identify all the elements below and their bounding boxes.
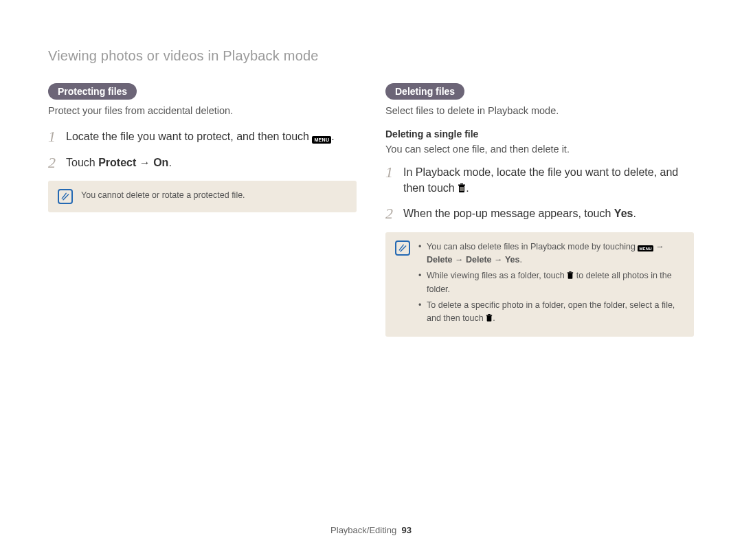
step-number: 2 bbox=[385, 205, 396, 222]
svg-rect-2 bbox=[460, 183, 463, 185]
step-text-part: . bbox=[466, 182, 469, 194]
step-text-part: . bbox=[633, 208, 636, 219]
step-number: 1 bbox=[48, 128, 59, 145]
note-text-part: To delete a specific photo in a folder, … bbox=[427, 300, 675, 323]
note-icon bbox=[395, 240, 410, 256]
deleting-single-intro: You can select one file, and then delete… bbox=[385, 144, 694, 155]
svg-rect-11 bbox=[488, 314, 491, 315]
deleting-files-heading: Deleting files bbox=[385, 83, 464, 100]
left-step-2: 2 Touch Protect → On. bbox=[48, 155, 357, 171]
left-note-box: You cannot delete or rotate a protected … bbox=[48, 181, 357, 212]
menu-icon: MENU bbox=[638, 245, 653, 251]
note-text-part: . bbox=[520, 255, 522, 265]
note-text-part: While viewing files as a folder, touch bbox=[427, 271, 567, 280]
note-item: To delete a specific photo in a folder, … bbox=[418, 299, 684, 326]
content-columns: Protecting files Protect your files from… bbox=[48, 83, 694, 337]
note-text: You cannot delete or rotate a protected … bbox=[81, 189, 245, 202]
note-icon bbox=[58, 189, 73, 204]
step-text: Touch Protect → On. bbox=[66, 155, 172, 170]
svg-rect-6 bbox=[568, 273, 573, 278]
svg-rect-10 bbox=[486, 315, 492, 315]
right-column: Deleting files Select files to delete in… bbox=[385, 83, 694, 337]
trash-icon bbox=[458, 181, 466, 191]
arrow-icon: → bbox=[453, 255, 466, 265]
note-text-part: You can also delete files in Playback mo… bbox=[427, 242, 638, 251]
arrow-icon: → bbox=[136, 157, 153, 168]
note-text-bold: Yes bbox=[505, 255, 520, 265]
note-item: You can also delete files in Playback mo… bbox=[418, 240, 684, 267]
step-text-bold: Protect bbox=[98, 157, 136, 168]
left-step-1: 1 Locate the file you want to protect, a… bbox=[48, 128, 357, 145]
step-text: When the pop-up message appears, touch Y… bbox=[403, 205, 636, 221]
step-text: Locate the file you want to protect, and… bbox=[66, 128, 335, 144]
note-text-bold: Delete bbox=[427, 255, 453, 265]
arrow-icon: → bbox=[492, 255, 505, 265]
step-text: In Playback mode, locate the file you wa… bbox=[403, 164, 694, 196]
step-text-bold: Yes bbox=[614, 208, 633, 219]
arrow-icon: → bbox=[653, 242, 664, 251]
page-footer: Playback/Editing 93 bbox=[0, 525, 742, 535]
trash-icon bbox=[486, 313, 493, 320]
page-title: Viewing photos or videos in Playback mod… bbox=[48, 48, 694, 64]
footer-section: Playback/Editing bbox=[330, 525, 396, 535]
svg-rect-3 bbox=[460, 187, 461, 191]
note-item: While viewing files as a folder, touch t… bbox=[418, 269, 684, 296]
deleting-single-subheading: Deleting a single file bbox=[385, 128, 694, 139]
menu-icon: MENU bbox=[312, 136, 331, 144]
step-text-part: In Playback mode, locate the file you wa… bbox=[403, 166, 678, 194]
right-note-box: You can also delete files in Playback mo… bbox=[385, 232, 694, 337]
protecting-files-heading: Protecting files bbox=[48, 83, 137, 100]
right-step-1: 1 In Playback mode, locate the file you … bbox=[385, 164, 694, 196]
right-step-2: 2 When the pop-up message appears, touch… bbox=[385, 205, 694, 222]
svg-rect-9 bbox=[487, 315, 492, 321]
step-text-part: Touch bbox=[66, 157, 98, 168]
svg-rect-7 bbox=[567, 272, 573, 273]
svg-rect-8 bbox=[570, 271, 572, 272]
svg-rect-5 bbox=[463, 187, 464, 191]
note-list: You can also delete files in Playback mo… bbox=[418, 240, 684, 328]
step-text-part: Locate the file you want to protect, and… bbox=[66, 131, 312, 142]
step-text-part: When the pop-up message appears, touch bbox=[403, 208, 614, 219]
svg-rect-1 bbox=[458, 185, 465, 186]
step-number: 1 bbox=[385, 164, 396, 181]
protecting-intro: Protect your files from accidental delet… bbox=[48, 105, 357, 116]
svg-rect-4 bbox=[462, 187, 462, 191]
note-text-bold: Delete bbox=[466, 255, 492, 265]
deleting-intro: Select files to delete in Playback mode. bbox=[385, 105, 694, 116]
note-text-part: . bbox=[493, 313, 495, 323]
step-text-part: . bbox=[331, 131, 334, 142]
left-column: Protecting files Protect your files from… bbox=[48, 83, 357, 337]
footer-page-number: 93 bbox=[401, 525, 411, 535]
trash-icon bbox=[567, 270, 574, 278]
step-number: 2 bbox=[48, 155, 59, 171]
step-text-part: . bbox=[168, 157, 171, 168]
step-text-bold: On bbox=[153, 157, 168, 168]
